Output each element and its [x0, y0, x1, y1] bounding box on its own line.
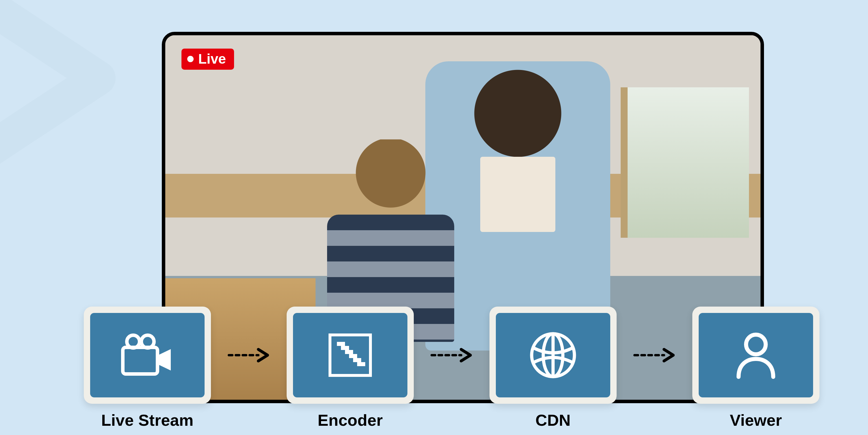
svg-rect-8	[341, 346, 345, 350]
user-icon	[733, 330, 779, 380]
live-badge: Live	[182, 49, 234, 70]
svg-rect-0	[123, 347, 157, 374]
svg-rect-11	[349, 350, 353, 354]
svg-rect-10	[345, 350, 349, 354]
svg-rect-7	[341, 342, 345, 346]
svg-rect-16	[357, 362, 361, 366]
flow-card-viewer	[692, 307, 819, 404]
flow-card-encoder	[287, 307, 414, 404]
flow-card-live-stream	[84, 307, 211, 404]
svg-rect-6	[337, 342, 341, 346]
arrow-icon	[227, 347, 271, 364]
svg-rect-9	[345, 346, 349, 350]
svg-point-23	[746, 335, 766, 354]
svg-marker-1	[157, 349, 171, 371]
svg-rect-14	[353, 358, 357, 362]
record-dot-icon	[187, 56, 194, 62]
scene-window	[621, 87, 749, 238]
svg-rect-15	[357, 358, 361, 362]
live-badge-text: Live	[198, 51, 226, 67]
flow-label: Viewer	[692, 411, 819, 430]
arrow-icon	[633, 347, 676, 364]
svg-rect-12	[349, 354, 353, 358]
svg-rect-13	[353, 354, 357, 358]
svg-rect-17	[361, 362, 365, 366]
globe-icon	[528, 330, 578, 380]
arrow-icon	[430, 347, 473, 364]
encoder-icon	[327, 332, 373, 378]
flow-labels: Live Stream Encoder CDN Viewer	[84, 411, 819, 430]
camera-icon	[120, 334, 175, 377]
flow-label: Live Stream	[84, 411, 211, 430]
flow-label: Encoder	[287, 411, 414, 430]
streaming-flow	[84, 307, 819, 404]
flow-label: CDN	[490, 411, 617, 430]
flow-card-cdn	[490, 307, 617, 404]
